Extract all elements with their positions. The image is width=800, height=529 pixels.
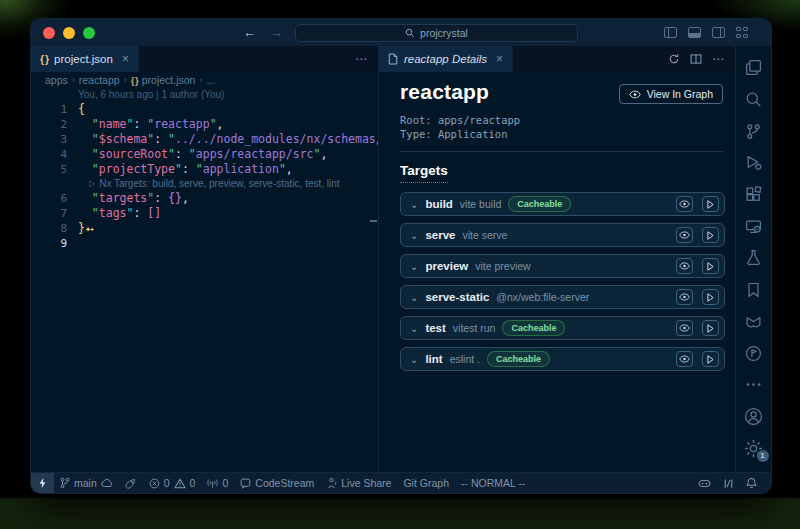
code-line[interactable]: 5 "projectType": "application",	[31, 162, 378, 177]
search-icon[interactable]	[742, 88, 766, 112]
remote-explorer-icon[interactable]	[742, 214, 766, 238]
chevron-down-icon[interactable]: ⌄	[410, 323, 418, 334]
more-views-icon[interactable]	[742, 373, 766, 397]
code-line[interactable]: 1{	[31, 102, 378, 117]
target-row-build[interactable]: ⌄buildvite buildCacheable	[400, 192, 725, 216]
target-row-preview[interactable]: ⌄previewvite preview	[400, 254, 725, 278]
remote-indicator[interactable]	[31, 473, 54, 493]
target-row-serve[interactable]: ⌄servevite serve	[400, 223, 725, 247]
chevron-down-icon[interactable]: ⌄	[410, 230, 418, 241]
eye-icon	[629, 90, 641, 99]
extensions-icon[interactable]	[742, 183, 766, 207]
close-tab-icon[interactable]: ×	[122, 52, 129, 66]
sync-cloud-icon	[101, 479, 113, 488]
chevron-down-icon[interactable]: ⌄	[410, 354, 418, 365]
more-actions-icon[interactable]: ⋯	[355, 52, 368, 66]
run-target-button[interactable]	[702, 196, 719, 212]
live-share-item[interactable]: Live Share	[320, 477, 397, 489]
breadcrumb-item[interactable]: apps	[45, 74, 68, 86]
command-center-search[interactable]: projcrystal	[295, 24, 578, 42]
left-tabstrip: { } project.json × ⋯	[31, 46, 378, 72]
split-editor-icon[interactable]	[690, 53, 702, 65]
target-row-test[interactable]: ⌄testvitest runCacheable	[400, 316, 725, 340]
line-number: 1	[31, 102, 67, 117]
view-in-graph-button[interactable]: View In Graph	[619, 84, 723, 104]
breadcrumb-item[interactable]: reactapp	[79, 74, 120, 86]
run-target-button[interactable]	[702, 289, 719, 305]
target-name: serve	[425, 229, 455, 241]
formatter-item[interactable]	[717, 478, 740, 489]
code-line[interactable]: 9	[31, 236, 378, 251]
back-icon[interactable]: ←	[243, 26, 256, 39]
show-target-config-button[interactable]	[676, 289, 693, 305]
close-window-button[interactable]	[43, 27, 55, 39]
status-bar: main 0 0 0 CodeStream Live Share Git Gra…	[31, 472, 771, 493]
explorer-icon[interactable]	[742, 56, 766, 80]
maximize-window-button[interactable]	[83, 27, 95, 39]
toggle-panel-icon[interactable]	[688, 27, 701, 38]
account-icon[interactable]	[742, 405, 766, 429]
minimize-window-button[interactable]	[63, 27, 75, 39]
run-debug-icon[interactable]	[742, 151, 766, 175]
vim-mode-indicator[interactable]: -- NORMAL --	[455, 477, 531, 489]
refresh-icon[interactable]	[668, 53, 680, 65]
target-row-lint[interactable]: ⌄linteslint .Cacheable	[400, 347, 725, 371]
settings-gear-icon[interactable]: 1	[742, 436, 766, 460]
codestream-item[interactable]: CodeStream	[234, 477, 320, 489]
test-beaker-icon[interactable]	[742, 246, 766, 270]
run-target-button[interactable]	[702, 351, 719, 367]
bookmark-icon[interactable]	[742, 278, 766, 302]
show-target-config-button[interactable]	[676, 227, 693, 243]
tab-project-json[interactable]: { } project.json ×	[31, 46, 139, 72]
toggle-secondary-sidebar-icon[interactable]	[712, 27, 725, 38]
run-target-button[interactable]	[702, 227, 719, 243]
rocket-icon	[125, 478, 137, 489]
forward-icon[interactable]: →	[270, 26, 283, 39]
toggle-sidebar-icon[interactable]	[664, 27, 677, 38]
copilot-item[interactable]	[692, 478, 717, 489]
code-line[interactable]: 8}✦˖	[31, 221, 378, 236]
breadcrumb-item[interactable]: project.json	[142, 74, 196, 86]
divider	[400, 151, 723, 152]
show-target-config-button[interactable]	[676, 258, 693, 274]
problems-item[interactable]: 0 0	[143, 477, 202, 489]
ports-item[interactable]: 0	[201, 477, 234, 489]
search-icon	[405, 28, 415, 38]
git-graph-item[interactable]: Git Graph	[397, 477, 455, 489]
target-row-serve-static[interactable]: ⌄serve-static@nx/web:file-server	[400, 285, 725, 309]
code-line[interactable]: 3 "$schema": "../../node_modules/nx/sche…	[31, 132, 378, 147]
nx-console-icon[interactable]	[742, 310, 766, 334]
publish-item[interactable]	[119, 478, 143, 489]
source-control-icon[interactable]	[742, 119, 766, 143]
customize-layout-icon[interactable]	[736, 27, 749, 38]
tab-reactapp-details[interactable]: reactapp Details ×	[379, 46, 513, 72]
target-command: vite serve	[462, 229, 507, 241]
tab-label: project.json	[54, 53, 113, 65]
git-branch-item[interactable]: main	[54, 477, 119, 489]
code-line[interactable]: 6 "targets": {},	[31, 191, 378, 206]
notifications-item[interactable]	[740, 477, 763, 489]
show-target-config-button[interactable]	[676, 196, 693, 212]
code-line[interactable]: 2 "name": "reactapp",	[31, 117, 378, 132]
run-target-button[interactable]	[702, 258, 719, 274]
chevron-right-icon: ›	[72, 75, 75, 85]
run-target-button[interactable]	[702, 320, 719, 336]
code-line[interactable]: 7 "tags": []	[31, 206, 378, 221]
code-editor[interactable]: You, 6 hours ago | 1 author (You) 1{2 "n…	[31, 88, 378, 472]
settings-badge: 1	[757, 450, 769, 462]
tour-pin-icon[interactable]	[742, 341, 766, 365]
line-number: 3	[31, 132, 67, 147]
more-actions-icon[interactable]: ⋯	[712, 52, 725, 66]
target-name: serve-static	[425, 291, 489, 303]
nx-codelens[interactable]: ▷Nx Targets: build, serve, preview, serv…	[89, 177, 340, 191]
chevron-down-icon[interactable]: ⌄	[410, 292, 418, 303]
chevron-down-icon[interactable]: ⌄	[410, 199, 418, 210]
show-target-config-button[interactable]	[676, 320, 693, 336]
close-tab-icon[interactable]: ×	[496, 52, 503, 66]
code-line[interactable]: 4 "sourceRoot": "apps/reactapp/src",	[31, 147, 378, 162]
show-target-config-button[interactable]	[676, 351, 693, 367]
line-number: 8	[31, 221, 67, 236]
chevron-down-icon[interactable]: ⌄	[410, 261, 418, 272]
breadcrumb-more[interactable]: ...	[206, 74, 215, 86]
line-number: 4	[31, 147, 67, 162]
